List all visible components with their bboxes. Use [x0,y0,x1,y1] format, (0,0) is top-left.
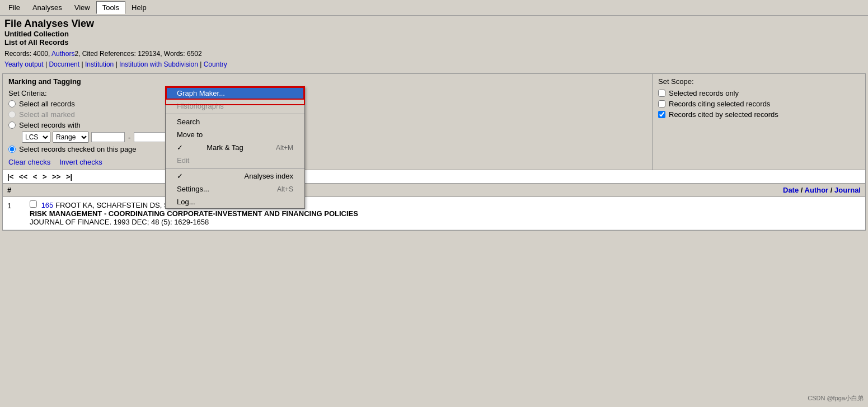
row-rec-link[interactable]: 165 [41,201,54,209]
nav-prev-prev[interactable]: << [19,172,27,181]
list-subtitle: List of All Records [4,38,864,46]
row-number: 1 [7,200,30,210]
app-title: File Analyses View [4,18,864,30]
criteria-label: Set Criteria: [8,89,646,97]
scope-citing-label: Records citing selected records [669,100,770,108]
radio-all-records-label: Select all records [19,100,75,108]
row-content: 165 FROOT KA, SCHARFSTEIN DS, STEIN JC R… [30,200,861,226]
marking-left: Marking and Tagging Set Criteria: Select… [3,74,653,170]
scope-cited[interactable]: Records cited by selected records [658,110,860,119]
table-area: # Date / Author / Journal 1 165 FROOT KA… [2,184,866,231]
menu-view[interactable]: View [68,1,96,14]
historiographs-label: Historiographs [177,102,224,110]
scope-cited-check[interactable] [658,111,665,118]
radio-records-with[interactable]: Select records with [8,121,646,129]
col-sort[interactable]: Date / Author / Journal [30,186,861,194]
graph-maker-label: Graph Maker... [177,89,225,97]
menu-analyses[interactable]: Analyses [26,1,68,14]
menu-help[interactable]: Help [125,1,153,14]
institution-subdivision-link[interactable]: Institution with Subdivision [119,60,198,68]
authors-link[interactable]: Authors [51,50,74,58]
watermark: CSDN @fpga小白弟 [808,394,864,403]
radio-records-with-label: Select records with [19,121,81,129]
table-header: # Date / Author / Journal [3,184,865,197]
marking-panel: Marking and Tagging Set Criteria: Select… [2,73,866,170]
marking-title: Marking and Tagging [8,77,646,86]
menu-search[interactable]: Search [166,115,304,128]
scope-citing[interactable]: Records citing selected records [658,100,860,108]
range-to-input[interactable] [134,132,167,142]
menu-move-to[interactable]: Move to [166,128,304,141]
row-journal: JOURNAL OF FINANCE. 1993 DEC; 48 (5): 16… [30,218,861,226]
scope-panel: Set Scope: Selected records only Records… [653,74,865,170]
radio-all-records-input[interactable] [8,100,16,107]
main-content: Marking and Tagging Set Criteria: Select… [0,71,868,233]
scope-selected-check[interactable] [658,90,665,97]
menu-graph-maker[interactable]: Graph Maker... [166,87,304,100]
radio-page-input[interactable] [8,146,16,153]
settings-label: Settings... [177,185,209,193]
log-label: Log... [177,198,195,206]
settings-shortcut: Alt+S [277,185,293,193]
yearly-output-link[interactable]: Yearly output [4,60,44,68]
row-record-line: 165 FROOT KA, SCHARFSTEIN DS, STEIN JC [30,200,861,209]
field-select[interactable]: LCS GCS TC [22,132,50,143]
row-checkbox[interactable] [30,200,37,208]
scope-cited-label: Records cited by selected records [669,110,778,119]
radio-page[interactable]: Select records checked on this page [8,145,646,153]
radio-all-marked: Select all marked [8,110,646,119]
sort-journal[interactable]: Journal [834,186,861,194]
menu-bar: File Analyses View Tools Help [0,0,868,16]
radio-all-marked-input [8,111,16,118]
radio-all-marked-label: Select all marked [19,110,75,119]
nav-next-next[interactable]: >> [52,172,60,181]
institution-link[interactable]: Institution [85,60,114,68]
menu-historiographs: Historiographs [166,100,304,113]
sort-sep2: / [831,186,834,194]
scope-selected[interactable]: Selected records only [658,89,860,97]
radio-all-records[interactable]: Select all records [8,100,646,108]
scope-citing-check[interactable] [658,100,665,107]
range-from-input[interactable] [91,132,125,142]
check-actions: Clear checks Invert checks [8,156,646,166]
sort-sep1: / [801,186,805,194]
analyses-index-label: Analyses index [245,172,293,180]
analyses-index-check: ✓ [177,172,183,180]
edit-label: Edit [177,156,189,165]
sep1 [166,114,304,114]
nav-first[interactable]: |< [7,172,13,181]
document-link[interactable]: Document [49,60,79,68]
menu-analyses-index[interactable]: ✓Analyses index [166,170,304,183]
nav-last[interactable]: >| [66,172,72,181]
menu-tools[interactable]: Tools [96,1,125,14]
sort-author[interactable]: Author [805,186,829,194]
sep2 [166,168,304,169]
menu-file[interactable]: File [2,1,26,14]
sort-date[interactable]: Date [783,186,799,194]
nav-next[interactable]: > [43,172,47,181]
info-bar: Records: 4000, Authors2, Cited Reference… [0,48,868,71]
nav-prev[interactable]: < [33,172,37,181]
tools-dropdown: Graph Maker... Historiographs Search Mov… [165,86,305,209]
invert-checks-link[interactable]: Invert checks [59,158,102,166]
menu-mark-tag[interactable]: ✓Mark & Tag Alt+M [166,141,304,154]
records-prefix: Records: 4000, [4,50,51,58]
col-hash: # [7,186,30,194]
move-to-label: Move to [177,130,203,139]
menu-settings[interactable]: Settings... Alt+S [166,183,304,195]
radio-records-with-input[interactable] [8,121,16,129]
country-link[interactable]: Country [204,60,227,68]
nav-row: |< << < > >> >| [2,170,866,184]
title-area: File Analyses View Untitled Collection L… [0,16,868,48]
clear-checks-link[interactable]: Clear checks [8,158,50,166]
menu-log[interactable]: Log... [166,195,304,208]
range-select[interactable]: Range Greater Less [53,132,89,143]
mark-tag-check: ✓ [177,143,183,152]
scope-selected-label: Selected records only [669,89,739,97]
collection-title: Untitled Collection [4,30,864,38]
table-row: 1 165 FROOT KA, SCHARFSTEIN DS, STEIN JC… [3,197,865,230]
row-title: RISK MANAGEMENT - COORDINATING CORPORATE… [30,209,861,218]
scope-title: Set Scope: [658,77,860,86]
middle-text: 2, Cited References: 129134, Words: 6502 [74,50,201,58]
filter-controls: LCS GCS TC Range Greater Less - [8,132,646,143]
